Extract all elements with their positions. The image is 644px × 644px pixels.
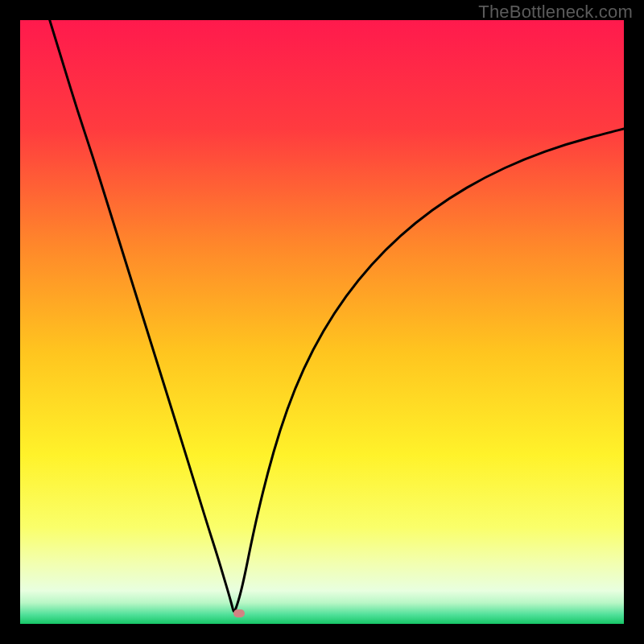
bottleneck-curve-canvas — [20, 20, 624, 624]
watermark-text: TheBottleneck.com — [478, 2, 633, 23]
chart-frame: TheBottleneck.com — [0, 0, 644, 644]
optimum-marker — [233, 609, 245, 617]
